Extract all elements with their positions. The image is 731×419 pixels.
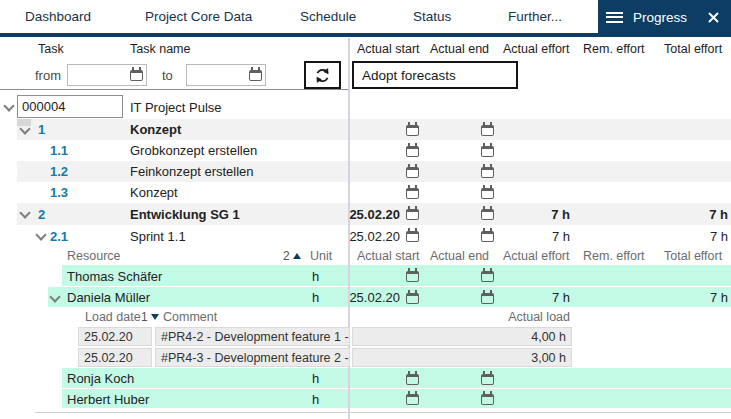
- tab-further[interactable]: Further...: [508, 0, 562, 33]
- actual-start-value: 25.02.20: [348, 287, 400, 308]
- calendar-icon-actual-end[interactable]: [481, 125, 494, 136]
- actual-effort-value: 7 h: [490, 203, 570, 225]
- col-load-date[interactable]: Load date: [85, 308, 141, 326]
- resource-row[interactable]: Ronja Koch h: [0, 368, 731, 389]
- col-actual-effort: Actual effort: [503, 38, 569, 59]
- resource-row-highlight: [62, 368, 731, 388]
- refresh-icon: [313, 66, 332, 85]
- sort-priority: 2: [283, 249, 290, 263]
- sort-descending-icon: [151, 314, 159, 320]
- col-actual-start: Actual start: [357, 38, 420, 59]
- close-icon[interactable]: [708, 12, 719, 23]
- refresh-button[interactable]: [304, 61, 341, 89]
- main-header-row: Task Task name Actual start Actual end A…: [0, 38, 731, 59]
- project-id-input[interactable]: [17, 95, 123, 118]
- resource-row[interactable]: Herbert Huber h: [0, 389, 731, 409]
- resource-unit: h: [312, 265, 319, 287]
- calendar-icon-actual-start[interactable]: [406, 167, 419, 178]
- calendar-icon-actual-start[interactable]: [406, 293, 419, 304]
- filter-divider: [0, 89, 348, 90]
- resource-name: Daniela Müller: [67, 287, 150, 308]
- col-actual-effort: Actual effort: [503, 247, 569, 265]
- calendar-icon-actual-end[interactable]: [481, 271, 494, 282]
- calendar-icon-actual-start[interactable]: [406, 125, 419, 136]
- adopt-forecasts-button[interactable]: Adopt forecasts: [352, 61, 518, 89]
- calendar-icon-actual-start[interactable]: [406, 374, 419, 385]
- sort-indicator[interactable]: 1: [141, 308, 159, 326]
- calendar-icon-to[interactable]: [249, 70, 262, 81]
- calendar-icon-from[interactable]: [130, 70, 143, 81]
- col-actual-start: Actual start: [357, 247, 420, 265]
- load-row: 25.02.20 #PR4-2 - Development feature 1 …: [0, 326, 731, 347]
- chevron-down-icon[interactable]: [36, 230, 45, 239]
- load-comment-cell: #PR4-2 - Development feature 1 -: [155, 327, 350, 346]
- col-rem-effort: Rem. effort: [583, 247, 645, 265]
- task-name: Konzept: [130, 182, 178, 203]
- col-actual-load: Actual load: [490, 308, 570, 326]
- tab-bar: Dashboard Project Core Data Schedule Sta…: [0, 0, 731, 37]
- load-value-cell: 4,00 h: [352, 327, 572, 346]
- task-row[interactable]: 1.1 Grobkonzept erstellen: [0, 140, 731, 161]
- task-name: Grobkonzept erstellen: [130, 140, 257, 161]
- load-date-cell: 25.02.20: [78, 348, 152, 367]
- task-row[interactable]: 2 Entwicklung SG 1 25.02.20 7 h 7 h: [0, 203, 731, 225]
- sort-priority: 1: [141, 310, 148, 324]
- tab-dashboard[interactable]: Dashboard: [25, 0, 91, 33]
- calendar-icon-actual-end[interactable]: [481, 167, 494, 178]
- sort-indicator[interactable]: 2: [283, 247, 301, 265]
- col-rem-effort: Rem. effort: [583, 38, 645, 59]
- resource-row[interactable]: Daniela Müller h 25.02.20 7 h 7 h: [0, 287, 731, 308]
- tab-progress-label: Progress: [633, 10, 687, 25]
- load-date-cell: 25.02.20: [78, 327, 152, 346]
- col-unit: Unit: [310, 247, 332, 265]
- col-total-effort: Total effort: [664, 247, 722, 265]
- calendar-icon-actual-start[interactable]: [406, 146, 419, 157]
- calendar-icon-actual-start[interactable]: [406, 231, 419, 242]
- task-row[interactable]: 1.2 Feinkonzept erstellen: [0, 161, 731, 182]
- calendar-icon-actual-start[interactable]: [406, 209, 419, 220]
- actual-start-value: 25.02.20: [348, 203, 400, 225]
- calendar-icon-actual-end[interactable]: [481, 146, 494, 157]
- actual-effort-value: 7 h: [490, 287, 570, 308]
- tab-progress-active[interactable]: Progress: [598, 0, 731, 34]
- task-number: 2: [38, 203, 45, 225]
- calendar-icon-actual-end[interactable]: [481, 188, 494, 199]
- project-row: IT Project Pulse: [0, 94, 731, 120]
- task-row[interactable]: 1 Konzept: [0, 119, 731, 140]
- chevron-down-icon[interactable]: [50, 292, 59, 301]
- task-row[interactable]: 2.1 Sprint 1.1 25.02.20 7 h 7 h: [0, 225, 731, 247]
- resource-unit: h: [312, 389, 319, 409]
- load-header-row: Load date 1 Comment Actual load: [0, 308, 731, 326]
- calendar-icon-actual-start[interactable]: [406, 394, 419, 405]
- task-row[interactable]: 1.3 Konzept: [0, 182, 731, 203]
- col-actual-end: Actual end: [430, 38, 489, 59]
- tab-status[interactable]: Status: [413, 0, 451, 33]
- load-row: 25.02.20 #PR4-3 - Development feature 2 …: [0, 347, 731, 368]
- menu-icon[interactable]: [606, 12, 623, 23]
- total-effort-value: 7 h: [648, 287, 728, 308]
- calendar-icon-actual-start[interactable]: [406, 188, 419, 199]
- resource-row[interactable]: Thomas Schäfer h: [0, 265, 731, 287]
- input-resize-handle: [17, 119, 31, 126]
- resource-unit: h: [312, 368, 319, 389]
- chevron-down-icon[interactable]: [20, 208, 29, 217]
- task-number: 2.1: [50, 225, 68, 247]
- calendar-icon-actual-end[interactable]: [481, 394, 494, 405]
- calendar-icon-actual-end[interactable]: [481, 374, 494, 385]
- col-resource[interactable]: Resource: [67, 247, 121, 265]
- calendar-icon-actual-start[interactable]: [406, 271, 419, 282]
- col-comment: Comment: [163, 308, 217, 326]
- chevron-down-icon[interactable]: [4, 101, 13, 110]
- row-stripe: [17, 119, 731, 140]
- tab-schedule[interactable]: Schedule: [300, 0, 356, 33]
- col-total-effort: Total effort: [664, 38, 722, 59]
- tab-project-core-data[interactable]: Project Core Data: [145, 0, 252, 33]
- total-effort-value: 7 h: [648, 203, 728, 225]
- actual-start-value: 25.02.20: [348, 225, 400, 247]
- filter-to-label: to: [162, 68, 173, 83]
- project-name: IT Project Pulse: [130, 94, 222, 120]
- sort-ascending-icon: [293, 253, 301, 259]
- col-task-name: Task name: [130, 38, 190, 59]
- resource-unit: h: [312, 287, 319, 308]
- progress-screen: Dashboard Project Core Data Schedule Sta…: [0, 0, 731, 419]
